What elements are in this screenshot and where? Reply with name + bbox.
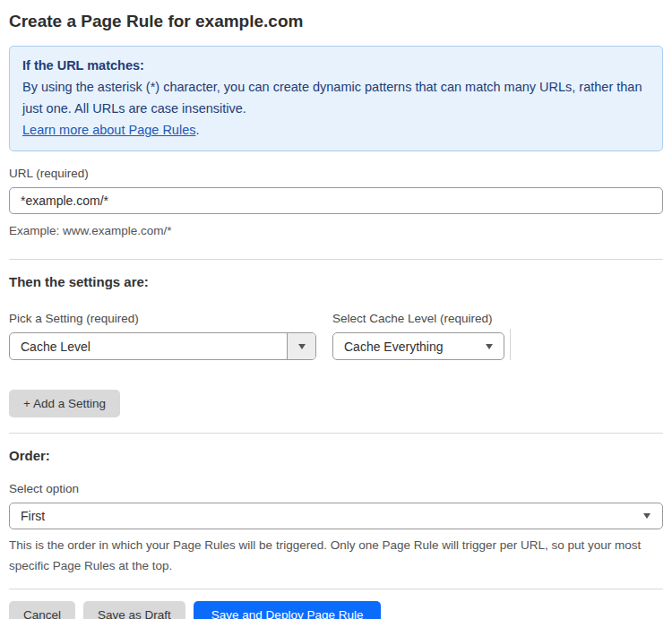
create-page-rule-form: Create a Page Rule for example.com If th… xyxy=(0,0,672,619)
setting-select-label: Pick a Setting (required) xyxy=(9,312,316,325)
url-match-info-box: If the URL matches: By using the asteris… xyxy=(9,46,663,151)
settings-row: Pick a Setting (required) Cache Level Se… xyxy=(9,312,663,360)
order-select-label: Select option xyxy=(9,482,663,495)
setting-select-value: Cache Level xyxy=(10,340,287,354)
cache-level-select[interactable]: Cache Everything xyxy=(332,332,504,360)
setting-select-group: Pick a Setting (required) Cache Level xyxy=(9,312,316,360)
order-section-heading: Order: xyxy=(9,448,663,463)
caret-down-glyph xyxy=(298,344,306,349)
order-select[interactable]: First xyxy=(9,503,663,529)
add-setting-button[interactable]: + Add a Setting xyxy=(9,390,120,417)
url-input[interactable] xyxy=(9,187,663,214)
action-bar: Cancel Save as Draft Save and Deploy Pag… xyxy=(9,601,663,619)
caret-down-icon[interactable] xyxy=(287,333,315,359)
caret-down-glyph xyxy=(486,344,493,349)
save-and-deploy-button[interactable]: Save and Deploy Page Rule xyxy=(194,601,382,619)
caret-down-icon xyxy=(643,513,662,519)
info-box-link-row: Learn more about Page Rules. xyxy=(22,119,650,141)
info-box-body: By using the asterisk (*) character, you… xyxy=(22,76,650,119)
cache-level-select-group: Select Cache Level (required) Cache Ever… xyxy=(332,312,504,360)
url-label: URL (required) xyxy=(9,167,663,180)
section-divider xyxy=(9,433,663,434)
order-helper-text: This is the order in which your Page Rul… xyxy=(9,535,654,576)
cancel-button[interactable]: Cancel xyxy=(9,601,75,619)
info-box-heading: If the URL matches: xyxy=(22,55,650,76)
cache-level-select-label: Select Cache Level (required) xyxy=(332,312,504,325)
section-divider xyxy=(9,259,663,260)
settings-section-heading: Then the settings are: xyxy=(9,274,663,289)
url-helper-text: Example: www.example.com/* xyxy=(9,220,663,241)
cache-level-select-value: Cache Everything xyxy=(333,340,486,354)
caret-down-glyph xyxy=(643,513,650,519)
section-divider xyxy=(9,589,663,589)
save-as-draft-button[interactable]: Save as Draft xyxy=(83,601,185,619)
order-select-value: First xyxy=(10,509,643,523)
page-title: Create a Page Rule for example.com xyxy=(9,11,663,31)
setting-separator xyxy=(510,329,511,360)
learn-more-link[interactable]: Learn more about Page Rules xyxy=(22,123,195,137)
setting-select[interactable]: Cache Level xyxy=(9,332,316,360)
caret-down-icon xyxy=(486,344,504,349)
link-period: . xyxy=(195,123,199,137)
